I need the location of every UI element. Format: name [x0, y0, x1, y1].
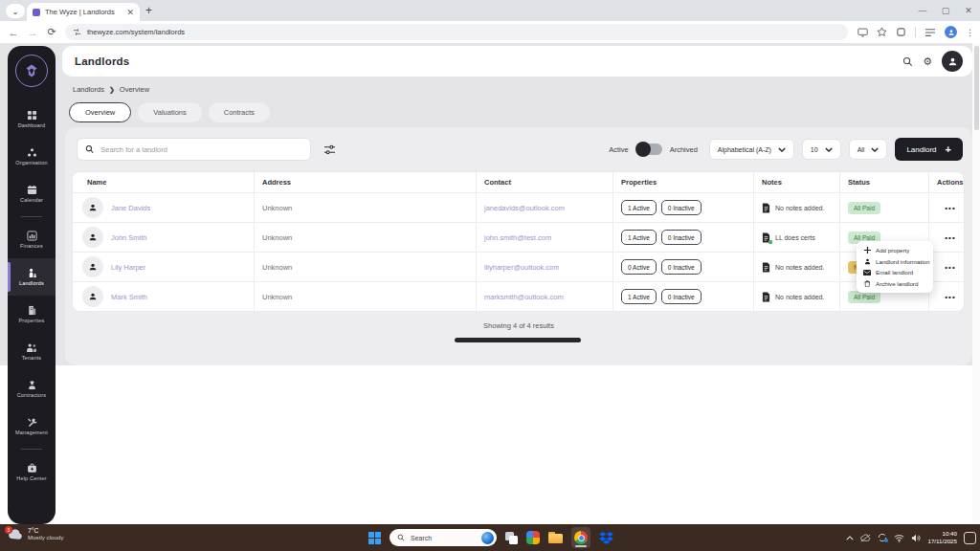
sidebar-item-organisation[interactable]: Organisation — [8, 138, 56, 175]
chevron-up-icon[interactable] — [846, 536, 854, 540]
start-button[interactable] — [368, 532, 381, 544]
email-link[interactable]: john.smith@test.com — [484, 233, 551, 242]
row-actions-button[interactable]: ••• — [945, 233, 955, 242]
email-link[interactable]: marksmith@outlook.com — [484, 293, 564, 301]
landlord-name-link[interactable]: Lily Harper — [111, 263, 145, 272]
inactive-properties-button[interactable]: 0 Inactive — [661, 200, 702, 215]
tab-valuations[interactable]: Valuations — [138, 102, 201, 122]
address-bar[interactable]: thewyze.com/system/landlords — [65, 24, 848, 40]
task-view-button[interactable] — [505, 532, 518, 544]
search-icon[interactable] — [902, 56, 913, 67]
landlord-name-link[interactable]: Mark Smith — [111, 293, 147, 301]
browser-tab[interactable]: The Wyze | Landlords ✕ — [27, 3, 140, 21]
row-actions-button[interactable]: ••• — [945, 204, 955, 212]
dropbox-icon[interactable] — [599, 531, 613, 544]
page-scrollbar[interactable] — [972, 43, 980, 524]
new-tab-button[interactable]: + — [145, 4, 152, 17]
add-landlord-button[interactable]: Landlord + — [895, 138, 963, 161]
table-row: Lily Harper Unknown lilyharper@outlook.c… — [73, 252, 964, 281]
browser-toolbar: ← → ⟳ thewyze.com/system/landlords — [0, 21, 980, 43]
filter-sliders-icon[interactable] — [323, 144, 336, 155]
sidebar-item-finances[interactable]: Finances — [8, 221, 56, 258]
active-properties-button[interactable]: 1 Active — [621, 289, 657, 304]
sidebar-item-tenants[interactable]: Tenants — [8, 333, 56, 370]
scope-select[interactable]: All — [849, 139, 888, 160]
tab-overview[interactable]: Overview — [69, 102, 131, 122]
wifi-icon[interactable] — [894, 534, 904, 542]
tab-search-button[interactable]: ⌄ — [6, 4, 25, 18]
row-actions-button[interactable]: ••• — [945, 293, 955, 301]
reading-list-icon[interactable] — [924, 28, 936, 37]
clock[interactable]: 10:40 17/11/2025 — [927, 530, 957, 546]
copilot-icon[interactable] — [481, 532, 494, 544]
avatar — [82, 286, 103, 307]
sidebar-item-landlords[interactable]: Landlords — [8, 258, 56, 296]
horizontal-scrollbar[interactable] — [455, 338, 581, 342]
page-size-select[interactable]: 10 — [802, 139, 841, 160]
menu-item-landlord-information[interactable]: Landlord information — [857, 256, 933, 268]
inactive-properties-button[interactable]: 0 Inactive — [661, 259, 702, 275]
chrome-taskbar-button[interactable] — [571, 527, 590, 548]
send-to-device-icon[interactable] — [858, 28, 868, 37]
url-text: thewyze.com/system/landlords — [87, 28, 185, 36]
forward-button[interactable]: → — [23, 27, 42, 38]
menu-item-email-landlord[interactable]: Email landlord — [857, 267, 933, 278]
speaker-icon[interactable] — [911, 534, 921, 542]
file-explorer-icon[interactable] — [548, 532, 563, 543]
weather-widget[interactable]: 3 7°C Mostly cloudy — [8, 527, 63, 540]
sidebar-item-help-center[interactable]: Help Center — [8, 453, 56, 491]
back-button[interactable]: ← — [4, 27, 23, 38]
sync-tray-icon[interactable] — [878, 533, 887, 542]
landlord-name-link[interactable]: John Smith — [111, 233, 147, 242]
tab-contracts[interactable]: Contracts — [209, 102, 270, 122]
person-icon — [88, 232, 98, 242]
tab-close-icon[interactable]: ✕ — [126, 8, 134, 17]
inactive-properties-button[interactable]: 0 Inactive — [661, 289, 702, 304]
note-text: No notes added. — [775, 205, 824, 211]
landlord-name-link[interactable]: Jane Davids — [111, 204, 150, 212]
browser-profile-avatar[interactable] — [945, 26, 957, 38]
toggle-label-archived: Archived — [670, 145, 698, 154]
app-logo[interactable] — [15, 55, 48, 87]
inactive-properties-button[interactable]: 0 Inactive — [661, 230, 702, 245]
email-link[interactable]: janedavids@outlook.com — [484, 204, 565, 212]
address-value: Unknown — [262, 293, 292, 301]
active-properties-button[interactable]: 1 Active — [621, 230, 657, 245]
taskbar-search[interactable]: Search — [390, 529, 497, 546]
maximize-button[interactable]: ▢ — [934, 0, 957, 21]
reload-button[interactable]: ⟳ — [42, 26, 61, 38]
person-icon — [863, 258, 871, 265]
sidebar-item-label: Finances — [20, 243, 43, 249]
landlord-search-box[interactable] — [77, 138, 311, 161]
address-value: Unknown — [262, 204, 292, 212]
extensions-icon[interactable] — [896, 27, 906, 37]
sidebar-item-properties[interactable]: Properties — [8, 296, 56, 333]
sidebar-item-calendar[interactable]: Calendar — [8, 175, 56, 212]
menu-item-archive-landlord[interactable]: Archive landlord — [857, 278, 933, 290]
bookmark-star-icon[interactable] — [877, 27, 887, 37]
close-button[interactable]: ✕ — [957, 0, 980, 21]
active-properties-button[interactable]: 0 Active — [621, 259, 657, 275]
chevron-down-icon — [871, 147, 879, 152]
minimize-button[interactable]: — — [911, 0, 934, 21]
user-avatar[interactable] — [942, 51, 963, 72]
search-input[interactable] — [100, 145, 302, 154]
toggle-knob — [635, 142, 651, 157]
breadcrumb-parent[interactable]: Landlords — [73, 85, 104, 94]
sidebar-item-management[interactable]: Management — [8, 408, 56, 445]
sidebar-item-contractors[interactable]: Contractors — [8, 370, 56, 408]
note-icon-with-note — [762, 232, 770, 243]
gear-icon[interactable]: ⚙ — [923, 56, 932, 67]
active-archived-toggle[interactable] — [636, 143, 662, 155]
active-properties-button[interactable]: 1 Active — [621, 200, 657, 215]
sidebar: Dashboard Organisation Calendar — [8, 46, 56, 524]
store-icon[interactable] — [526, 531, 540, 544]
menu-item-add-property[interactable]: Add property — [857, 245, 933, 256]
notification-center-icon[interactable] — [964, 532, 976, 544]
browser-menu-icon[interactable]: ⋮ — [966, 28, 974, 37]
row-actions-button[interactable]: ••• — [945, 263, 955, 272]
sidebar-item-dashboard[interactable]: Dashboard — [8, 100, 56, 138]
sort-select[interactable]: Alphabetical (A-Z) — [709, 139, 794, 160]
email-link[interactable]: lilyharper@outlook.com — [484, 263, 559, 272]
onedrive-paused-icon[interactable] — [860, 534, 871, 542]
